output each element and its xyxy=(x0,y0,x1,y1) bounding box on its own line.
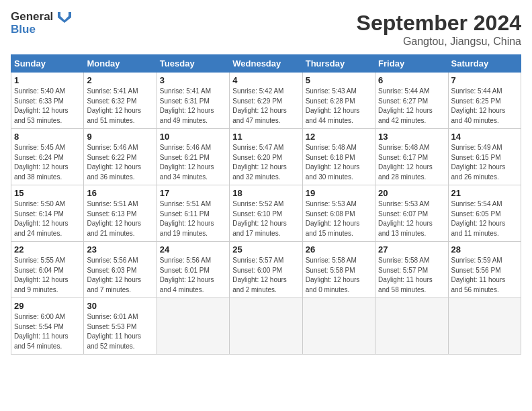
table-row: 9Sunrise: 5:46 AM Sunset: 6:22 PM Daylig… xyxy=(84,129,157,185)
table-row: 12Sunrise: 5:48 AM Sunset: 6:18 PM Dayli… xyxy=(302,129,375,185)
header-day-friday: Friday xyxy=(375,55,448,73)
table-row: 1Sunrise: 5:40 AM Sunset: 6:33 PM Daylig… xyxy=(11,73,84,129)
table-row: 22Sunrise: 5:55 AM Sunset: 6:04 PM Dayli… xyxy=(11,242,84,298)
table-row: 23Sunrise: 5:56 AM Sunset: 6:03 PM Dayli… xyxy=(84,242,157,298)
table-row: 15Sunrise: 5:50 AM Sunset: 6:14 PM Dayli… xyxy=(11,185,84,242)
table-row xyxy=(157,298,229,355)
table-row: 2Sunrise: 5:41 AM Sunset: 6:32 PM Daylig… xyxy=(84,73,157,129)
logo-text: General Blue xyxy=(11,11,71,36)
table-row: 14Sunrise: 5:49 AM Sunset: 6:15 PM Dayli… xyxy=(448,129,521,185)
table-row: 28Sunrise: 5:59 AM Sunset: 5:56 PM Dayli… xyxy=(448,242,521,298)
table-row: 25Sunrise: 5:57 AM Sunset: 6:00 PM Dayli… xyxy=(230,242,302,298)
table-row xyxy=(448,298,521,355)
table-row: 4Sunrise: 5:42 AM Sunset: 6:29 PM Daylig… xyxy=(230,73,302,129)
calendar-week-4: 22Sunrise: 5:55 AM Sunset: 6:04 PM Dayli… xyxy=(11,242,521,298)
table-row: 17Sunrise: 5:51 AM Sunset: 6:11 PM Dayli… xyxy=(157,185,229,242)
table-row xyxy=(375,298,448,355)
calendar-header-row: SundayMondayTuesdayWednesdayThursdayFrid… xyxy=(11,55,521,73)
table-row: 5Sunrise: 5:43 AM Sunset: 6:28 PM Daylig… xyxy=(302,73,375,129)
header-day-monday: Monday xyxy=(84,55,157,73)
table-row: 27Sunrise: 5:58 AM Sunset: 5:57 PM Dayli… xyxy=(375,242,448,298)
month-title: September 2024 xyxy=(357,11,521,36)
table-row: 6Sunrise: 5:44 AM Sunset: 6:27 PM Daylig… xyxy=(375,73,448,129)
table-row: 7Sunrise: 5:44 AM Sunset: 6:25 PM Daylig… xyxy=(448,73,521,129)
table-row: 26Sunrise: 5:58 AM Sunset: 5:58 PM Dayli… xyxy=(302,242,375,298)
table-row: 19Sunrise: 5:53 AM Sunset: 6:08 PM Dayli… xyxy=(302,185,375,242)
table-row: 13Sunrise: 5:48 AM Sunset: 6:17 PM Dayli… xyxy=(375,129,448,185)
table-row: 18Sunrise: 5:52 AM Sunset: 6:10 PM Dayli… xyxy=(230,185,302,242)
calendar-week-2: 8Sunrise: 5:45 AM Sunset: 6:24 PM Daylig… xyxy=(11,129,521,185)
table-row xyxy=(230,298,302,355)
header-day-sunday: Sunday xyxy=(11,55,84,73)
calendar-week-5: 29Sunrise: 6:00 AM Sunset: 5:54 PM Dayli… xyxy=(11,298,521,355)
header: General Blue September 2024 Gangtou, Jia… xyxy=(11,11,521,48)
table-row: 16Sunrise: 5:51 AM Sunset: 6:13 PM Dayli… xyxy=(84,185,157,242)
calendar-week-3: 15Sunrise: 5:50 AM Sunset: 6:14 PM Dayli… xyxy=(11,185,521,242)
table-row: 24Sunrise: 5:56 AM Sunset: 6:01 PM Dayli… xyxy=(157,242,229,298)
table-row: 20Sunrise: 5:53 AM Sunset: 6:07 PM Dayli… xyxy=(375,185,448,242)
calendar-week-1: 1Sunrise: 5:40 AM Sunset: 6:33 PM Daylig… xyxy=(11,73,521,129)
table-row: 8Sunrise: 5:45 AM Sunset: 6:24 PM Daylig… xyxy=(11,129,84,185)
logo-arrow-icon xyxy=(58,12,71,23)
logo-general: General xyxy=(11,10,53,23)
table-row: 10Sunrise: 5:46 AM Sunset: 6:21 PM Dayli… xyxy=(157,129,229,185)
logo-blue: Blue xyxy=(11,23,36,36)
table-row: 21Sunrise: 5:54 AM Sunset: 6:05 PM Dayli… xyxy=(448,185,521,242)
location-title: Gangtou, Jiangsu, China xyxy=(357,36,521,48)
table-row: 30Sunrise: 6:01 AM Sunset: 5:53 PM Dayli… xyxy=(84,298,157,355)
title-area: September 2024 Gangtou, Jiangsu, China xyxy=(357,11,521,48)
table-row: 11Sunrise: 5:47 AM Sunset: 6:20 PM Dayli… xyxy=(230,129,302,185)
table-row: 29Sunrise: 6:00 AM Sunset: 5:54 PM Dayli… xyxy=(11,298,84,355)
table-row xyxy=(302,298,375,355)
logo: General Blue xyxy=(11,11,71,36)
header-day-thursday: Thursday xyxy=(302,55,375,73)
header-day-wednesday: Wednesday xyxy=(230,55,302,73)
header-day-saturday: Saturday xyxy=(448,55,521,73)
table-row: 3Sunrise: 5:41 AM Sunset: 6:31 PM Daylig… xyxy=(157,73,229,129)
header-day-tuesday: Tuesday xyxy=(157,55,229,73)
calendar-table: SundayMondayTuesdayWednesdayThursdayFrid… xyxy=(11,54,521,355)
